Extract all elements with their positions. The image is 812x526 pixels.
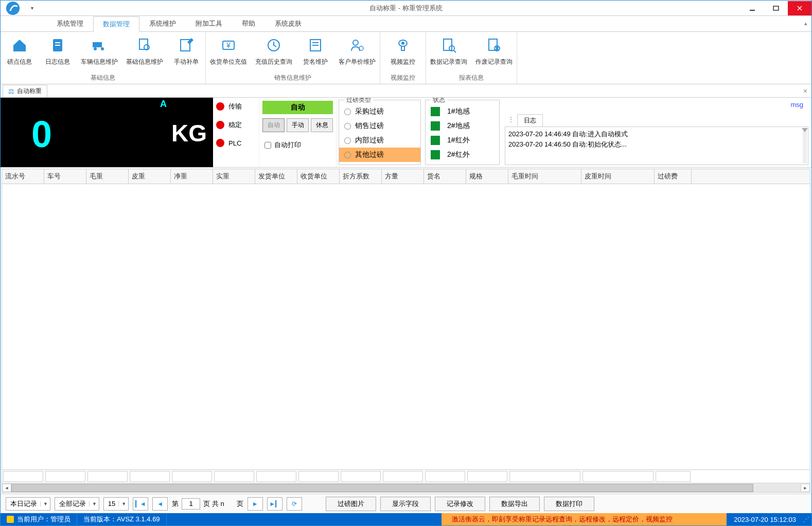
state-legend: 状态 (431, 98, 447, 104)
page-input[interactable] (182, 498, 200, 510)
grid-column-header[interactable]: 发货单位 (255, 169, 297, 184)
grid-column-header[interactable]: 收货单位 (297, 169, 340, 184)
grid-column-header[interactable]: 实重 (213, 169, 255, 184)
log-content[interactable]: 2023-07-20 14:46:49 自动:进入自动模式 2023-07-20… (505, 127, 808, 165)
history-icon (264, 36, 283, 55)
grid-column-header[interactable]: 规格 (466, 169, 508, 184)
print-button[interactable]: 数据打印 (544, 497, 594, 511)
edit-record-button[interactable]: 记录修改 (435, 497, 485, 511)
grid-column-header[interactable]: 净重 (171, 169, 213, 184)
page-indicator: 第 页 共 n 页 (172, 498, 243, 510)
menu-data-manage[interactable]: 数据管理 (93, 16, 139, 32)
scroll-left-button[interactable]: ◄ (2, 484, 11, 492)
weigh-type-other[interactable]: 其他过磅 (339, 148, 420, 162)
ribbon-collapse-icon[interactable]: ▴ (804, 20, 807, 27)
mode-header: 自动 (262, 101, 333, 114)
filter-combo[interactable]: 全部记录▼ (55, 497, 99, 511)
grid-body[interactable] (2, 184, 810, 469)
ribbon-group-sales: ¥收货单位充值 充值历史查询 货名维护 客户单价维护 销售信息维护 (206, 32, 380, 84)
svg-rect-6 (55, 42, 60, 43)
ribbon-void-query[interactable]: 作废记录查询 (471, 32, 517, 72)
state-indicator-icon (431, 150, 440, 159)
first-page-button[interactable]: ▎◄ (133, 497, 148, 511)
ribbon-station-info[interactable]: 磅点信息 (1, 32, 39, 72)
menu-skin[interactable]: 系统皮肤 (265, 16, 311, 31)
report-search-icon (439, 36, 458, 55)
log-tab-more[interactable]: ⋮ (505, 114, 517, 126)
ribbon-group-report: 数据记录查询 作废记录查询 报表信息 (426, 32, 517, 84)
grid-footer-cell (256, 471, 296, 482)
scroll-right-button[interactable]: ► (801, 484, 810, 492)
ribbon-manual-entry[interactable]: 手动补单 (167, 32, 205, 72)
weigh-image-button[interactable]: 过磅图片 (326, 497, 376, 511)
ribbon-video[interactable]: 视频监控 (380, 32, 426, 72)
svg-rect-24 (444, 39, 452, 50)
ribbon-customer-price[interactable]: 客户单价维护 (334, 32, 380, 72)
edit-icon (177, 36, 196, 55)
export-button[interactable]: 数据导出 (489, 497, 540, 511)
last-page-button[interactable]: ►▎ (267, 497, 283, 511)
range-combo[interactable]: 本日记录▼ (6, 497, 50, 511)
weigh-type-internal[interactable]: 内部过磅 (344, 133, 415, 148)
grid-column-header[interactable]: 流水号 (2, 169, 44, 184)
show-fields-button[interactable]: 显示字段 (380, 497, 431, 511)
menu-help[interactable]: 帮助 (232, 16, 265, 31)
weigh-type-sale[interactable]: 销售过磅 (344, 119, 415, 133)
qat-dropdown-icon[interactable]: ▾ (27, 5, 37, 11)
horizontal-scrollbar[interactable]: ◄ ► (2, 483, 810, 492)
grid-column-header[interactable]: 皮重 (129, 169, 171, 184)
pagesize-combo[interactable]: 15▼ (103, 497, 129, 511)
maximize-button[interactable] (764, 1, 788, 15)
mode-manual-button[interactable]: 手动 (287, 118, 309, 132)
scroll-track[interactable] (11, 484, 801, 492)
radio-icon (344, 108, 351, 115)
mode-rest-button[interactable]: 休息 (311, 118, 333, 132)
chevron-down-icon: ▼ (89, 501, 97, 506)
tab-auto-weigh[interactable]: ⚖ 自动称重 (3, 85, 47, 97)
mode-auto-button[interactable]: 自动 (262, 118, 285, 132)
resize-grip-icon[interactable]: ⋰ (803, 516, 811, 523)
weight-unit: KG (171, 119, 207, 147)
menu-system-maintain[interactable]: 系统维护 (139, 16, 186, 31)
grid-column-header[interactable]: 折方系数 (340, 169, 382, 184)
weigh-icon: ⚖ (8, 87, 14, 95)
radio-icon (344, 123, 351, 130)
grid-footer-cell (45, 471, 85, 482)
chevron-down-icon: ▼ (40, 501, 48, 506)
auto-print-checkbox[interactable]: 自动打印 (262, 140, 333, 150)
grid-column-header[interactable]: 皮重时间 (581, 169, 655, 184)
grid-footer-cell (582, 471, 654, 482)
status-version: 当前版本：AVSZ 3.1.4.69 (77, 513, 167, 525)
scrollbar[interactable] (803, 128, 807, 164)
next-page-button[interactable]: ► (248, 497, 263, 511)
status-notice: 激活衡器云，即刻享受称重记录远程查询，远程修改，远程定价，视频监控 (442, 513, 727, 525)
radio-icon (344, 152, 351, 158)
status-stable: 稳定 (216, 120, 256, 130)
refresh-button[interactable]: ⟳ (287, 497, 302, 511)
log-tab[interactable]: 日志 (517, 114, 543, 126)
grid-footer-cell (130, 471, 170, 482)
weigh-type-purchase[interactable]: 采购过磅 (344, 104, 415, 119)
close-button[interactable] (788, 1, 811, 15)
grid-column-header[interactable]: 毛重 (86, 169, 129, 184)
prev-page-button[interactable]: ◄ (152, 497, 168, 511)
minimize-button[interactable] (740, 1, 764, 15)
scroll-thumb[interactable] (11, 484, 753, 492)
menu-addon-tools[interactable]: 附加工具 (186, 16, 232, 31)
window-controls (740, 1, 811, 15)
grid-column-header[interactable]: 货名 (424, 169, 466, 184)
auto-print-input[interactable] (264, 142, 271, 149)
grid-column-header[interactable]: 过磅费 (655, 169, 692, 184)
menu-system-manage[interactable]: 系统管理 (47, 16, 93, 31)
ribbon-vehicle-info[interactable]: 车辆信息维护 (77, 32, 122, 72)
ribbon-data-query[interactable]: 数据记录查询 (426, 32, 471, 72)
ribbon-base-info[interactable]: 基础信息维护 (122, 32, 167, 72)
ribbon-recharge[interactable]: ¥收货单位充值 (206, 32, 251, 72)
grid-column-header[interactable]: 毛重时间 (508, 169, 581, 184)
grid-column-header[interactable]: 车号 (44, 169, 86, 184)
ribbon-log-info[interactable]: 日志信息 (39, 32, 77, 72)
ribbon-goods[interactable]: 货名维护 (296, 32, 334, 72)
grid-column-header[interactable]: 方量 (382, 169, 424, 184)
tab-close-button[interactable]: × (803, 87, 807, 95)
ribbon-recharge-history[interactable]: 充值历史查询 (251, 32, 296, 72)
